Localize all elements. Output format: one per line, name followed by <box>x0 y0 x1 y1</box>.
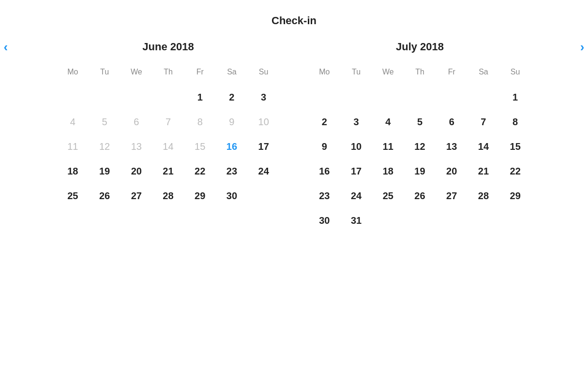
day-cell[interactable]: 19 <box>404 159 436 184</box>
day-cell[interactable]: 26 <box>404 184 436 208</box>
day-header-fr-left: Fr <box>184 65 216 85</box>
day-cell[interactable]: 14 <box>467 134 499 159</box>
day-cell: 10 <box>248 110 280 134</box>
day-cell[interactable]: 12 <box>404 134 436 159</box>
day-cell: 14 <box>152 134 184 159</box>
day-cell <box>499 208 531 233</box>
day-cell[interactable]: 30 <box>309 208 341 233</box>
day-header-su-right: Su <box>499 65 531 85</box>
day-cell[interactable]: 10 <box>340 134 372 159</box>
next-button[interactable]: › <box>575 41 588 53</box>
day-cell[interactable]: 20 <box>436 159 467 184</box>
day-cell <box>467 85 499 110</box>
day-cell: 9 <box>216 110 248 134</box>
day-cell: 12 <box>89 134 121 159</box>
prev-button[interactable]: ‹ <box>0 41 13 53</box>
day-cell[interactable]: 24 <box>248 159 280 184</box>
day-cell: 11 <box>57 134 89 159</box>
day-cell <box>89 85 121 110</box>
day-cell <box>372 85 404 110</box>
day-cell[interactable]: 21 <box>467 159 499 184</box>
day-cell <box>248 184 280 208</box>
day-cell <box>309 85 341 110</box>
day-cell[interactable]: 13 <box>436 134 467 159</box>
day-cell <box>436 208 467 233</box>
day-cell: 8 <box>184 110 216 134</box>
day-cell[interactable]: 3 <box>248 85 280 110</box>
day-cell: 6 <box>121 110 152 134</box>
right-calendar-header: July 2018 <box>309 41 531 53</box>
day-cell[interactable]: 28 <box>467 184 499 208</box>
day-cell[interactable]: 22 <box>184 159 216 184</box>
day-cell: 4 <box>57 110 89 134</box>
day-cell[interactable]: 1 <box>184 85 216 110</box>
day-cell <box>152 85 184 110</box>
day-header-we-left: We <box>121 65 152 85</box>
day-cell[interactable]: 28 <box>152 184 184 208</box>
day-cell[interactable]: 8 <box>499 110 531 134</box>
day-cell[interactable]: 25 <box>372 184 404 208</box>
day-header-sa-left: Sa <box>216 65 248 85</box>
day-cell[interactable]: 5 <box>404 110 436 134</box>
day-cell[interactable]: 30 <box>216 184 248 208</box>
day-cell <box>436 85 467 110</box>
day-cell-today[interactable]: 16 <box>216 134 248 159</box>
day-cell[interactable]: 2 <box>309 110 341 134</box>
day-cell[interactable]: 23 <box>309 184 341 208</box>
page-title: Check-in <box>28 15 560 27</box>
day-cell[interactable]: 27 <box>436 184 467 208</box>
day-cell[interactable]: 4 <box>372 110 404 134</box>
day-cell[interactable]: 3 <box>340 110 372 134</box>
day-header-su-left: Su <box>248 65 280 85</box>
day-cell[interactable]: 29 <box>184 184 216 208</box>
left-calendar-header: June 2018 <box>57 41 280 53</box>
day-cell[interactable]: 27 <box>121 184 152 208</box>
day-cell[interactable]: 1 <box>499 85 531 110</box>
day-cell[interactable]: 29 <box>499 184 531 208</box>
day-cell[interactable]: 7 <box>467 110 499 134</box>
day-header-th-right: Th <box>404 65 436 85</box>
day-cell[interactable]: 23 <box>216 159 248 184</box>
day-cell[interactable]: 22 <box>499 159 531 184</box>
day-cell[interactable]: 9 <box>309 134 341 159</box>
day-cell[interactable]: 11 <box>372 134 404 159</box>
day-cell <box>404 85 436 110</box>
left-calendar: June 2018 Mo Tu We Th Fr Sa Su 1 2 3 <box>57 41 280 208</box>
day-cell[interactable]: 18 <box>372 159 404 184</box>
calendars-row: ‹ June 2018 Mo Tu We Th Fr Sa Su 1 <box>28 41 560 233</box>
day-cell: 7 <box>152 110 184 134</box>
day-cell[interactable]: 17 <box>248 134 280 159</box>
day-header-mo-left: Mo <box>57 65 89 85</box>
day-cell[interactable]: 15 <box>499 134 531 159</box>
day-cell[interactable]: 16 <box>309 159 341 184</box>
day-cell[interactable]: 6 <box>436 110 467 134</box>
left-calendar-grid: Mo Tu We Th Fr Sa Su 1 2 3 4 5 6 7 <box>57 65 280 208</box>
day-header-tu-left: Tu <box>89 65 121 85</box>
day-cell[interactable]: 31 <box>340 208 372 233</box>
left-month-title: June 2018 <box>142 41 194 53</box>
day-cell[interactable]: 18 <box>57 159 89 184</box>
day-header-mo-right: Mo <box>309 65 341 85</box>
right-calendar: July 2018 Mo Tu We Th Fr Sa Su 1 <box>309 41 531 233</box>
day-cell[interactable]: 20 <box>121 159 152 184</box>
day-cell <box>404 208 436 233</box>
day-cell <box>57 85 89 110</box>
day-cell[interactable]: 26 <box>89 184 121 208</box>
calendar-container: Check-in ‹ June 2018 Mo Tu We Th Fr Sa S… <box>28 15 560 233</box>
day-header-th-left: Th <box>152 65 184 85</box>
day-cell[interactable]: 25 <box>57 184 89 208</box>
day-cell[interactable]: 17 <box>340 159 372 184</box>
day-cell[interactable]: 24 <box>340 184 372 208</box>
day-cell: 13 <box>121 134 152 159</box>
day-header-sa-right: Sa <box>467 65 499 85</box>
day-cell[interactable]: 19 <box>89 159 121 184</box>
day-cell <box>340 85 372 110</box>
day-cell <box>467 208 499 233</box>
day-cell <box>372 208 404 233</box>
day-cell <box>121 85 152 110</box>
day-cell[interactable]: 21 <box>152 159 184 184</box>
right-calendar-grid: Mo Tu We Th Fr Sa Su 1 2 3 4 5 6 <box>309 65 531 233</box>
day-cell[interactable]: 2 <box>216 85 248 110</box>
day-cell: 5 <box>89 110 121 134</box>
right-month-title: July 2018 <box>396 41 444 53</box>
